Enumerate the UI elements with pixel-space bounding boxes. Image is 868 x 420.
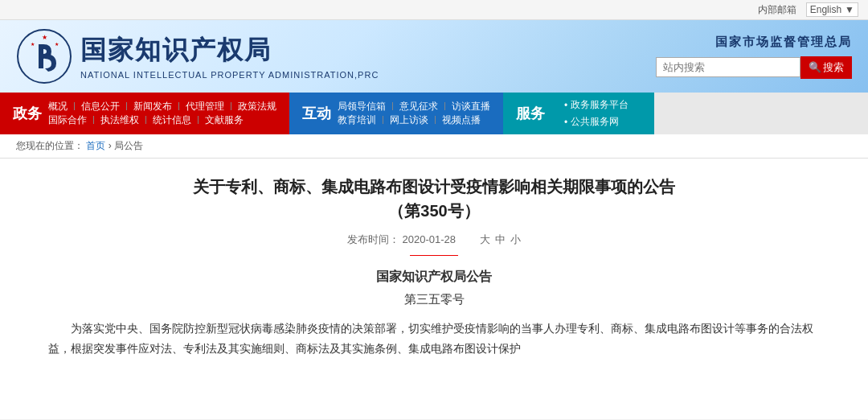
font-large-btn[interactable]: 大: [480, 233, 490, 247]
nav-right-gonggongfuwu-label: 公共服务网: [571, 115, 619, 129]
nav-item-hudong[interactable]: 互动 局领导信箱| 意见征求| 访谈直播 教育培训| 网上访谈| 视频点播: [289, 93, 503, 134]
article-content: 关于专利、商标、集成电路布图设计受疫情影响相关期限事项的公告 （第350号） 发…: [0, 159, 868, 419]
breadcrumb-current: 局公告: [114, 140, 143, 151]
header: ★ ★ ★ 国家知识产权局 NATIONAL INTELLECTUAL PROP…: [0, 20, 868, 93]
nav-right-zhengwufuwu-label: 政务服务平台: [571, 98, 628, 112]
nav-sub-gaiyuan[interactable]: 概况: [48, 101, 68, 113]
nav-sub-wenxian[interactable]: 文献服务: [205, 114, 244, 126]
nav-subrow-2: 国际合作| 执法维权| 统计信息| 文献服务: [48, 114, 276, 126]
nav-sub-xinxigongkai[interactable]: 信息公开: [81, 101, 120, 113]
nav-right-items-fuwu: • 政务服务平台 • 公共服务网: [551, 95, 641, 132]
nav-item-fuwu[interactable]: 服务 • 政务服务平台 • 公共服务网: [503, 93, 654, 134]
nav-item-zhengwu[interactable]: 政务 概况| 信息公开| 新闻发布| 代理管理| 政策法规 国际合作| 执法维权…: [0, 93, 289, 134]
article-title-text: 关于专利、商标、集成电路布图设计受疫情影响相关期限事项的公告: [193, 178, 675, 196]
nav-label-hudong: 互动: [302, 104, 331, 123]
logo-icon: ★ ★ ★: [16, 28, 72, 84]
bullet-icon: •: [564, 100, 567, 111]
search-input[interactable]: [656, 57, 800, 77]
nav-label-fuwu: 服务: [516, 104, 545, 123]
svg-text:★: ★: [42, 34, 47, 41]
nav-sub-yijianzhengqiu[interactable]: 意见征求: [399, 101, 438, 113]
nav-sub-tongji[interactable]: 统计信息: [153, 114, 191, 126]
logo-english-name: NATIONAL INTELLECTUAL PROPERTY ADMINISTR…: [80, 70, 379, 80]
article-divider: [410, 255, 458, 256]
article-date: 发布时间： 2020-01-28: [347, 233, 456, 247]
search-icon: 🔍: [809, 61, 821, 73]
article-title: 关于专利、商标、集成电路布图设计受疫情影响相关期限事项的公告 （第350号）: [48, 175, 820, 223]
internal-mail-link[interactable]: 内部邮箱: [758, 3, 796, 17]
main-nav: 政务 概况| 信息公开| 新闻发布| 代理管理| 政策法规 国际合作| 执法维权…: [0, 93, 868, 134]
nav-sub-xinwenfabu[interactable]: 新闻发布: [133, 101, 172, 113]
nav-subrow-3: 局领导信箱| 意见征求| 访谈直播: [338, 101, 490, 113]
top-bar: 内部邮箱 English ▼: [0, 0, 868, 20]
article-subtitle: （第350号）: [388, 202, 479, 220]
font-size-controls: 大 中 小: [480, 233, 521, 247]
search-button[interactable]: 🔍 搜索: [800, 56, 852, 79]
font-medium-btn[interactable]: 中: [495, 233, 506, 247]
search-button-label: 搜索: [823, 60, 844, 75]
svg-text:★: ★: [55, 42, 59, 47]
article-body: 为落实党中央、国务院防控新型冠状病毒感染肺炎疫情的决策部署，切实维护受疫情影响的…: [48, 319, 820, 359]
nav-subrow-4: 教育培训| 网上访谈| 视频点播: [338, 114, 490, 126]
nav-subrow-1: 概况| 信息公开| 新闻发布| 代理管理| 政策法规: [48, 101, 276, 113]
language-selector[interactable]: English ▼: [806, 2, 858, 17]
font-small-btn[interactable]: 小: [510, 233, 521, 247]
article-section-title: 国家知识产权局公告: [48, 269, 820, 286]
date-label: 发布时间：: [347, 233, 399, 245]
logo-area: ★ ★ ★ 国家知识产权局 NATIONAL INTELLECTUAL PROP…: [16, 28, 379, 84]
nav-sub-jiaoyupeixun[interactable]: 教育培训: [338, 114, 376, 126]
logo-text-area: 国家知识产权局 NATIONAL INTELLECTUAL PROPERTY A…: [80, 33, 379, 80]
breadcrumb: 您现在的位置： 首页 › 局公告: [0, 134, 868, 159]
breadcrumb-location: 您现在的位置：: [16, 140, 84, 151]
header-right: 国家市场监督管理总局 🔍 搜索: [656, 35, 852, 79]
date-value: 2020-01-28: [403, 233, 457, 245]
authority-name: 国家市场监督管理总局: [715, 35, 852, 50]
nav-sub-jldjx[interactable]: 局领导信箱: [338, 101, 386, 113]
svg-text:★: ★: [31, 42, 35, 47]
nav-sub-zhifaweiquan[interactable]: 执法维权: [100, 114, 139, 126]
nav-sub-dailiguanli[interactable]: 代理管理: [186, 101, 224, 113]
nav-sub-guojihezuo[interactable]: 国际合作: [48, 114, 87, 126]
logo-chinese-name: 国家知识产权局: [80, 33, 379, 68]
nav-sub-tanzhibo[interactable]: 访谈直播: [452, 101, 490, 113]
nav-label-zhengwu: 政务: [13, 104, 42, 123]
search-box: 🔍 搜索: [656, 56, 852, 79]
nav-sub-wangshangfangtan[interactable]: 网上访谈: [390, 114, 428, 126]
chevron-down-icon: ▼: [845, 4, 854, 15]
language-label: English: [810, 4, 841, 15]
nav-subitems-hudong: 局领导信箱| 意见征求| 访谈直播 教育培训| 网上访谈| 视频点播: [338, 101, 490, 126]
breadcrumb-separator: ›: [108, 140, 114, 151]
breadcrumb-home[interactable]: 首页: [86, 140, 105, 151]
nav-right-zhengwufuwu[interactable]: • 政务服务平台: [564, 98, 628, 112]
nav-subitems-zhengwu: 概况| 信息公开| 新闻发布| 代理管理| 政策法规 国际合作| 执法维权| 统…: [48, 101, 276, 126]
nav-right-gonggongfuwu[interactable]: • 公共服务网: [564, 115, 628, 129]
bullet-icon2: •: [564, 117, 567, 128]
nav-sub-zhengcefagui[interactable]: 政策法规: [238, 101, 276, 113]
article-section-num: 第三五零号: [48, 292, 820, 307]
nav-sub-shipindianbo[interactable]: 视频点播: [442, 114, 481, 126]
article-meta: 发布时间： 2020-01-28 大 中 小: [48, 233, 820, 247]
